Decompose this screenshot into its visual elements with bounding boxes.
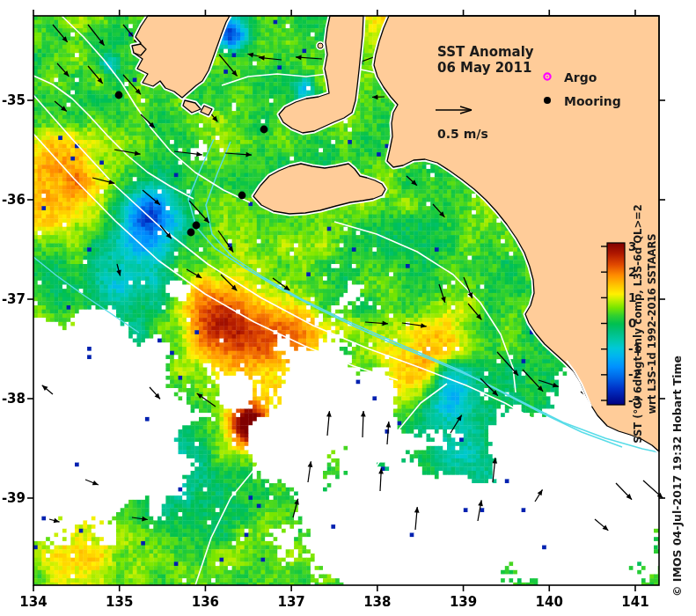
velocity-arrow-icon (365, 321, 388, 326)
x-tick-label: 141 (621, 594, 648, 610)
plot-title-line1: SST Anomaly (437, 44, 534, 60)
scale-label: 0.5 m/s (437, 127, 488, 141)
map-overlay-svg: SST Anomaly 06 May 2011 Argo Mooring 0.5… (0, 0, 696, 616)
velocity-arrow-icon (88, 25, 104, 46)
x-tick-label: 140 (536, 594, 563, 610)
velocity-arrow-icon (451, 415, 462, 433)
velocity-arrow-icon (57, 63, 69, 77)
x-tick-label: 134 (19, 594, 47, 610)
velocity-arrow-icon (197, 393, 216, 407)
velocity-arrow-icon (150, 387, 160, 399)
white-contour (33, 76, 194, 199)
x-tick-label: 135 (106, 594, 133, 610)
velocity-arrow-icon (439, 284, 446, 303)
velocity-arrow-icon (478, 500, 483, 521)
velocity-arrow-icon (378, 468, 384, 491)
velocity-arrow-icon (308, 461, 313, 482)
velocity-arrow-icon (538, 380, 559, 387)
velocity-arrow-icon (595, 519, 608, 531)
velocity-arrow-icon (407, 176, 417, 186)
white-contour (33, 364, 113, 485)
mooring-point-icon (187, 229, 195, 237)
land-polygon (253, 164, 385, 214)
mooring-point-icon (115, 92, 123, 99)
mooring-legend-label: Mooring (564, 94, 621, 108)
velocity-arrow-icon (293, 499, 299, 517)
velocity-arrow-icon (174, 151, 202, 157)
white-contour (195, 410, 370, 585)
velocity-arrow-icon (42, 385, 53, 394)
colorbar-label-line1: SST (°C) 6d ngt-only comp, L3S-6d QL>=2 (632, 204, 644, 443)
x-tick-label: 137 (277, 594, 304, 610)
velocity-arrow-icon (219, 55, 238, 77)
velocity-arrow-icon (402, 323, 427, 328)
x-tick-label: 136 (192, 594, 219, 610)
cyan-contour (33, 257, 139, 333)
velocity-arrow-icon (123, 75, 141, 94)
white-contour (334, 222, 516, 392)
velocity-arrow-icon (116, 264, 121, 276)
velocity-arrow-icon (225, 152, 252, 158)
velocity-arrow-icon (414, 507, 420, 530)
mooring-point-icon (193, 222, 201, 230)
velocity-arrow-icon (187, 269, 201, 278)
velocity-arrow-icon (160, 225, 172, 238)
velocity-arrow-icon (53, 25, 68, 42)
velocity-arrow-icon (326, 411, 332, 436)
y-tick-label: -39 (2, 490, 26, 506)
velocity-arrow-icon (643, 480, 663, 498)
land-polygon (183, 100, 201, 113)
plot-title-line2: 06 May 2011 (437, 60, 531, 76)
velocity-arrow-icon (259, 55, 282, 61)
velocity-arrow-icon (141, 114, 155, 128)
velocity-arrow-icon (92, 178, 114, 185)
argo-legend-label: Argo (564, 70, 597, 84)
velocity-arrow-icon (492, 458, 497, 482)
velocity-arrow-icon (386, 422, 392, 444)
y-tick-label: -35 (2, 92, 26, 108)
sst-anomaly-figure: SST Anomaly 06 May 2011 Argo Mooring 0.5… (0, 0, 696, 616)
velocity-arrow-icon (85, 480, 99, 485)
credit-text: © IMOS 04-Jul-2017 19:32 Hobart Time (670, 356, 684, 597)
mooring-point-icon (260, 126, 268, 134)
x-tick-label: 139 (450, 594, 477, 610)
islet (318, 43, 323, 48)
x-tick-label: 138 (363, 594, 391, 610)
velocity-arrow-icon (535, 489, 542, 502)
velocity-arrow-icon (361, 411, 366, 437)
velocity-arrow-icon (55, 101, 67, 112)
velocity-arrow-icon (88, 66, 103, 84)
velocity-arrow-icon (616, 483, 632, 500)
velocity-arrow-icon (247, 53, 263, 58)
colorbar-label-line2: wrt L3S-1d 1992-2016 SSTAARS (646, 233, 658, 414)
mooring-point-icon (238, 192, 246, 200)
velocity-arrow-icon (132, 517, 148, 522)
velocity-arrow-icon (433, 204, 444, 217)
mooring-marker-icon (544, 97, 551, 104)
colorbar-gradient-bar (607, 243, 625, 405)
velocity-arrow-icon (296, 55, 322, 60)
y-tick-label: -36 (2, 192, 26, 208)
velocity-arrow-icon (49, 518, 60, 524)
white-contour (526, 458, 659, 512)
y-tick-label: -38 (2, 391, 26, 407)
y-tick-label: -37 (2, 291, 26, 307)
velocity-arrow-icon (372, 94, 385, 99)
argo-marker-dot-icon (546, 76, 548, 77)
velocity-arrow-icon (468, 304, 481, 319)
velocity-arrow-icon (143, 190, 160, 205)
